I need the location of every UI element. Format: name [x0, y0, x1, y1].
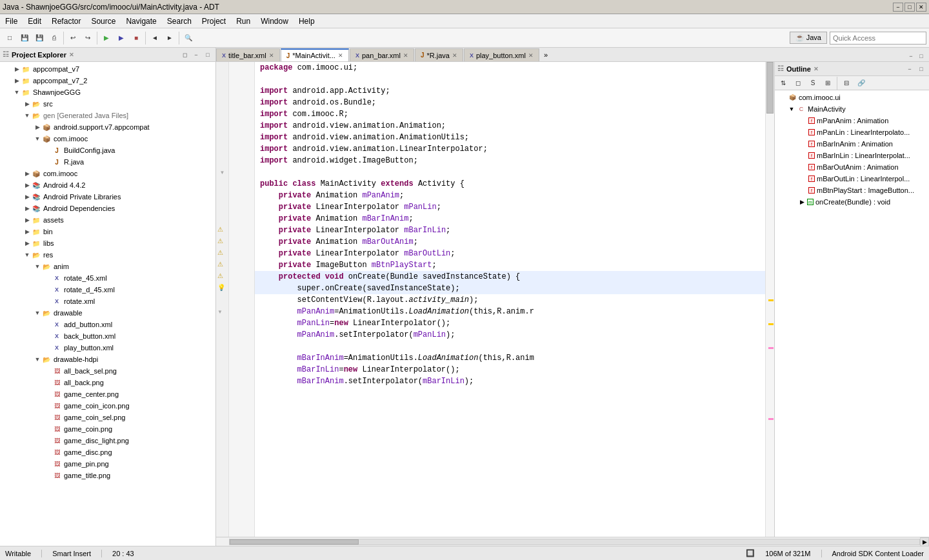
- tree-arrow-drawable[interactable]: ▼: [34, 309, 41, 317]
- tree-item-res[interactable]: ▼ 📂 res: [0, 249, 215, 261]
- tree-arrow-libs[interactable]: ▶: [23, 239, 31, 247]
- tree-arrow-android-support[interactable]: ▶: [34, 123, 41, 131]
- tree-arrow-appcompat-v7-2[interactable]: ▶: [13, 77, 21, 85]
- tree-item-private-libs[interactable]: ▶ 📚 Android Private Libraries: [0, 191, 215, 203]
- outline-sort-btn[interactable]: ⇅: [776, 76, 790, 90]
- tree-item-all-back-sel[interactable]: ▶ 🖼 all_back_sel.png: [0, 365, 215, 377]
- tree-item-add-button[interactable]: ▶ X add_button.xml: [0, 319, 215, 330]
- tree-item-bin[interactable]: ▶ 📁 bin: [0, 226, 215, 237]
- outline-max-btn[interactable]: □: [916, 64, 926, 74]
- tab-play-button-xml[interactable]: X play_button.xml ✕: [464, 48, 539, 61]
- tree-arrow-shawnjoe[interactable]: ▼: [13, 88, 21, 96]
- tree-item-game-coin[interactable]: ▶ 🖼 game_coin.png: [0, 423, 215, 435]
- tab-title-bar-xml[interactable]: X title_bar.xml ✕: [216, 48, 280, 61]
- tree-item-back-button[interactable]: ▶ X back_button.xml: [0, 330, 215, 342]
- outline-item-oncreate[interactable]: ▶ m onCreate(Bundle) : void: [775, 196, 929, 208]
- forward-button[interactable]: ►: [163, 31, 177, 45]
- pe-collapse-btn[interactable]: ◻: [179, 50, 190, 60]
- outline-item-class[interactable]: ▼ C MainActivity: [775, 103, 929, 115]
- menu-source[interactable]: Source: [86, 14, 121, 28]
- tab-main-activity[interactable]: J *MainActivit... ✕: [281, 48, 349, 61]
- tree-item-android-deps[interactable]: ▶ 📚 Android Dependencies: [0, 203, 215, 214]
- outline-item-mbariminanim[interactable]: f mBarInAnim : Animation: [775, 138, 929, 150]
- new-button[interactable]: □: [3, 31, 17, 45]
- tab-pan-bar-xml[interactable]: X pan_bar.xml ✕: [350, 48, 414, 61]
- tree-item-rotate[interactable]: ▶ X rotate.xml: [0, 295, 215, 307]
- tree-item-appcompat-v7-2[interactable]: ▶ 📁 appcompat_v7_2: [0, 75, 215, 86]
- outline-collapse-btn[interactable]: ⊟: [839, 76, 854, 90]
- tree-arrow-android442[interactable]: ▶: [23, 181, 31, 189]
- scroll-thumb[interactable]: [766, 62, 774, 114]
- h-scrollbar-track[interactable]: [229, 539, 920, 545]
- h-scroll-right-btn[interactable]: ▶: [920, 537, 929, 546]
- outline-item-mbtnplaystart[interactable]: f mBtnPlayStart : ImageButton...: [775, 185, 929, 196]
- tree-item-rjava-gen[interactable]: ▶ J R.java: [0, 156, 215, 168]
- outline-hide-fields-btn[interactable]: ◻: [791, 76, 805, 90]
- menu-help[interactable]: Help: [294, 14, 320, 28]
- tree-arrow-res[interactable]: ▼: [23, 251, 31, 259]
- tree-item-game-disc-light[interactable]: ▶ 🖼 game_disc_light.png: [0, 435, 215, 446]
- title-controls[interactable]: − □ ✕: [893, 3, 926, 12]
- maximize-button[interactable]: □: [904, 3, 915, 12]
- tree-item-game-title[interactable]: ▶ 🖼 game_title.png: [0, 470, 215, 481]
- pe-controls[interactable]: ◻ − □: [179, 50, 213, 60]
- tree-arrow-private-libs[interactable]: ▶: [23, 193, 31, 201]
- redo-button[interactable]: ↪: [81, 31, 95, 45]
- tree-item-drawable[interactable]: ▼ 📂 drawable: [0, 307, 215, 319]
- horizontal-scrollbar[interactable]: ▶: [216, 537, 929, 546]
- outline-arrow-oncreate[interactable]: ▶: [798, 199, 806, 205]
- tree-item-anim[interactable]: ▼ 📂 anim: [0, 261, 215, 272]
- outline-item-package[interactable]: 📦 com.imooc.ui: [775, 92, 929, 103]
- tree-item-appcompat-v7[interactable]: ▶ 📁 appcompat_v7: [0, 63, 215, 75]
- tree-item-play-button-xml[interactable]: ▶ X play_button.xml: [0, 342, 215, 354]
- pe-max-btn[interactable]: □: [203, 50, 213, 60]
- outline-hide-static-btn[interactable]: S: [806, 76, 820, 90]
- tree-item-src[interactable]: ▶ 📂 src: [0, 98, 215, 110]
- tree-item-game-pin[interactable]: ▶ 🖼 game_pin.png: [0, 458, 215, 470]
- tab-r-java[interactable]: J *R.java ✕: [415, 48, 463, 61]
- tree-arrow-android-deps[interactable]: ▶: [23, 205, 31, 212]
- outline-min-btn[interactable]: −: [904, 64, 915, 74]
- tree-item-game-center[interactable]: ▶ 🖼 game_center.png: [0, 388, 215, 400]
- run-button[interactable]: ▶: [99, 31, 114, 45]
- tree-item-libs[interactable]: ▶ 📁 libs: [0, 237, 215, 249]
- tab-close-r-java[interactable]: ✕: [452, 52, 457, 59]
- tree-item-all-back[interactable]: ▶ 🖼 all_back.png: [0, 377, 215, 388]
- menu-project[interactable]: Project: [197, 14, 231, 28]
- outline-item-mpanlin[interactable]: f mPanLin : LinearInterpolato...: [775, 126, 929, 138]
- tree-arrow-com-imooc-gen[interactable]: ▼: [34, 135, 41, 143]
- outline-item-mbaroutanim[interactable]: f mBarOutAnim : Animation: [775, 161, 929, 173]
- outline-item-mbarinlin[interactable]: f mBarInLin : LinearInterpolat...: [775, 150, 929, 161]
- tab-close-pan-bar-xml[interactable]: ✕: [403, 52, 408, 59]
- tree-arrow-anim[interactable]: ▼: [34, 263, 41, 270]
- menu-file[interactable]: File: [0, 14, 23, 28]
- outline-arrow-class[interactable]: ▼: [788, 106, 795, 112]
- editor-max-btn[interactable]: □: [916, 51, 926, 61]
- close-button[interactable]: ✕: [916, 3, 926, 12]
- h-scrollbar-thumb[interactable]: [230, 539, 359, 545]
- print-button[interactable]: ⎙: [47, 31, 61, 45]
- tree-arrow-gen[interactable]: ▼: [23, 112, 31, 119]
- tree-item-com-imooc-main[interactable]: ▶ 📦 com.imooc: [0, 168, 215, 179]
- debug-button[interactable]: ▶: [114, 31, 128, 45]
- menu-search[interactable]: Search: [162, 14, 197, 28]
- tree-arrow-com-imooc-main[interactable]: ▶: [23, 170, 31, 177]
- outline-controls[interactable]: − □: [904, 64, 926, 74]
- editor-min-btn[interactable]: −: [906, 51, 916, 61]
- outline-item-mbaroutlin[interactable]: f mBarOutLin : LinearInterpol...: [775, 173, 929, 185]
- menu-edit[interactable]: Edit: [23, 14, 46, 28]
- tab-close-play-button-xml[interactable]: ✕: [528, 52, 534, 59]
- tree-item-com-imooc-gen[interactable]: ▼ 📦 com.imooc: [0, 133, 215, 145]
- tree-item-game-coin-sel[interactable]: ▶ 🖼 game_coin_sel.png: [0, 412, 215, 423]
- right-scrollbar[interactable]: [765, 62, 774, 537]
- back-button[interactable]: ◄: [148, 31, 162, 45]
- tree-arrow-drawable-hdpi[interactable]: ▼: [34, 355, 41, 363]
- tree-item-gen[interactable]: ▼ 📂 gen [Generated Java Files]: [0, 110, 215, 121]
- tree-item-rotate-d45[interactable]: ▶ X rotate_d_45.xml: [0, 284, 215, 295]
- java-perspective-button[interactable]: ☕ Java: [790, 32, 827, 44]
- tab-close-main-activity[interactable]: ✕: [338, 52, 343, 59]
- save-button[interactable]: 💾: [17, 31, 32, 45]
- menu-run[interactable]: Run: [231, 14, 255, 28]
- tree-item-android442[interactable]: ▶ 📚 Android 4.4.2: [0, 179, 215, 191]
- save-all-button[interactable]: 💾: [32, 31, 46, 45]
